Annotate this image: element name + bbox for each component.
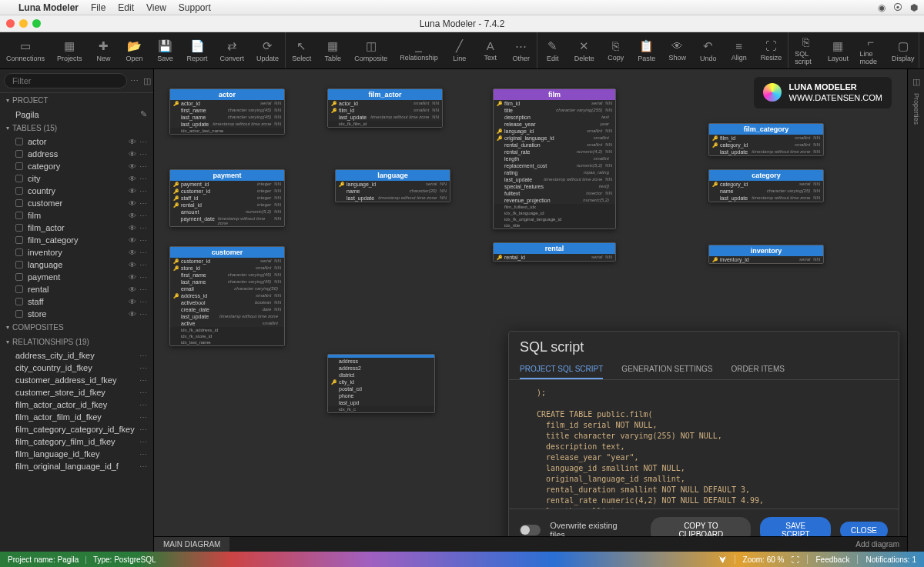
add-diagram-button[interactable]: Add diagram: [848, 540, 907, 549]
relationship-item[interactable]: film_language_id_fkey⋯: [0, 448, 153, 460]
relationship-item[interactable]: film_category_film_id_fkey⋯: [0, 435, 153, 448]
settings-button[interactable]: ⚙Settings: [919, 32, 924, 68]
properties-label[interactable]: Properties: [912, 93, 920, 125]
status-notifications[interactable]: Notifications: 1: [865, 555, 916, 564]
more-icon[interactable]: ⋯: [139, 248, 147, 257]
more-icon[interactable]: ⋯: [139, 224, 147, 232]
visibility-icon[interactable]: 👁: [129, 273, 136, 282]
filter-more-icon[interactable]: ⋯: [130, 76, 139, 86]
edit-button[interactable]: ✎Edit: [537, 32, 568, 68]
more-icon[interactable]: ⋯: [139, 175, 147, 183]
layout-button[interactable]: ▦Layout: [822, 32, 853, 68]
er-table-film_actor[interactable]: film_actor🔑actor_idsmallintNN🔑film_idsma…: [327, 88, 443, 128]
table-item-store[interactable]: store👁⋯: [0, 308, 153, 320]
undo-button[interactable]: ↶Undo: [693, 32, 724, 68]
visibility-icon[interactable]: 👁: [129, 236, 136, 245]
project-item[interactable]: Pagila ✎: [0, 108, 153, 121]
relationships-header[interactable]: ▾ RELATIONSHIPS (19): [0, 335, 153, 349]
table-item-language[interactable]: language👁⋯: [0, 258, 153, 271]
more-icon[interactable]: ⋯: [139, 462, 147, 471]
copy-button[interactable]: ⎘Copy: [601, 32, 631, 68]
visibility-icon[interactable]: 👁: [129, 261, 136, 269]
visibility-icon[interactable]: 👁: [129, 162, 136, 171]
er-table-film_category[interactable]: film_category🔑film_idsmallintNN🔑category…: [708, 123, 824, 156]
table-button[interactable]: ▦Table: [317, 32, 348, 68]
table-item-film_category[interactable]: film_category👁⋯: [0, 234, 153, 246]
more-icon[interactable]: ⋯: [139, 364, 147, 372]
more-icon[interactable]: ⋯: [139, 212, 147, 220]
shield-icon[interactable]: ⬢: [910, 2, 918, 13]
er-table-inventory[interactable]: inventory🔑inventory_idserialNN: [708, 245, 824, 264]
composite-button[interactable]: ◫Composite: [348, 32, 393, 68]
delete-button[interactable]: ✕Delete: [568, 32, 601, 68]
table-item-city[interactable]: city👁⋯: [0, 172, 153, 185]
collapse-icon[interactable]: ⮟: [719, 555, 727, 564]
more-icon[interactable]: ⋯: [139, 438, 147, 446]
er-table-address_frag[interactable]: addressaddress2district🔑city_idpostal_cd…: [327, 354, 435, 413]
table-item-staff[interactable]: staff👁⋯: [0, 295, 153, 308]
visibility-icon[interactable]: 👁: [129, 199, 136, 208]
window-maximize-button[interactable]: [32, 19, 41, 28]
relationship-item[interactable]: customer_store_id_fkey⋯: [0, 386, 153, 399]
update-button[interactable]: ⟳Update: [250, 32, 285, 68]
status-feedback[interactable]: Feedback: [815, 555, 849, 564]
more-icon[interactable]: ⋯: [139, 261, 147, 269]
menu-view[interactable]: View: [146, 2, 166, 13]
visibility-icon[interactable]: 👁: [129, 187, 136, 195]
diagram-canvas[interactable]: LUNA MODELER WWW.DATENSEN.COM SQL script…: [154, 69, 907, 552]
visibility-icon[interactable]: 👁: [129, 298, 136, 306]
relationship-item[interactable]: address_city_id_fkey⋯: [0, 349, 153, 362]
visibility-icon[interactable]: 👁: [129, 175, 136, 183]
table-item-country[interactable]: country👁⋯: [0, 185, 153, 197]
filter-input[interactable]: [4, 73, 127, 88]
more-icon[interactable]: ⋯: [139, 187, 147, 195]
more-icon[interactable]: ⋯: [139, 401, 147, 409]
menu-file[interactable]: File: [91, 2, 105, 13]
table-item-category[interactable]: category👁⋯: [0, 160, 153, 172]
table-item-customer[interactable]: customer👁⋯: [0, 197, 153, 209]
tables-header[interactable]: ▾ TABLES (15): [0, 121, 153, 135]
more-icon[interactable]: ⋯: [139, 376, 147, 385]
relationship-item[interactable]: film_category_category_id_fkey⋯: [0, 423, 153, 435]
sql-script-button[interactable]: ⎘SQL script: [788, 32, 822, 68]
visibility-icon[interactable]: 👁: [129, 150, 136, 158]
visibility-icon[interactable]: 👁: [129, 212, 136, 220]
projects-button[interactable]: ▦Projects: [51, 32, 89, 68]
more-icon[interactable]: ⋯: [139, 389, 147, 397]
more-icon[interactable]: ⋯: [139, 298, 147, 306]
table-item-address[interactable]: address👁⋯: [0, 148, 153, 160]
edit-icon[interactable]: ✎: [140, 109, 147, 119]
more-icon[interactable]: ⋯: [139, 236, 147, 245]
er-table-customer[interactable]: customer🔑customer_idserialNN🔑store_idsma…: [169, 246, 285, 346]
more-icon[interactable]: ⋯: [139, 199, 147, 208]
connections-button[interactable]: ▭Connections: [0, 32, 51, 68]
relationship-item[interactable]: city_country_id_fkey⋯: [0, 362, 153, 374]
new-button[interactable]: ✚New: [89, 32, 119, 68]
more-icon[interactable]: ⋯: [139, 138, 147, 146]
er-table-payment[interactable]: payment🔑payment_idintegerNN🔑customer_idi…: [169, 169, 285, 227]
more-icon[interactable]: ⋯: [139, 162, 147, 171]
visibility-icon[interactable]: 👁: [129, 285, 136, 294]
report-button[interactable]: 📄Report: [181, 32, 214, 68]
display-button[interactable]: ▢Display: [888, 32, 919, 68]
visibility-icon[interactable]: 👁: [129, 224, 136, 232]
tab-order-items[interactable]: ORDER ITEMS: [732, 360, 785, 379]
tab-generation-settings[interactable]: GENERATION SETTINGS: [621, 360, 712, 379]
line-button[interactable]: ╱Line: [444, 32, 475, 68]
convert-button[interactable]: ⇄Convert: [214, 32, 251, 68]
open-button[interactable]: 📂Open: [119, 32, 150, 68]
paste-button[interactable]: 📋Paste: [631, 32, 662, 68]
panel-toggle-icon[interactable]: ◫: [143, 76, 151, 86]
er-table-film[interactable]: film🔑film_idserialNNtitlecharacter varyi…: [493, 88, 616, 229]
table-item-rental[interactable]: rental👁⋯: [0, 283, 153, 295]
er-table-category[interactable]: category🔑category_idserialNNnamecharacte…: [708, 169, 824, 202]
show-button[interactable]: 👁Show: [662, 32, 693, 68]
menu-edit[interactable]: Edit: [118, 2, 134, 13]
text-button[interactable]: AText: [475, 32, 506, 68]
zoom-expand-icon[interactable]: ⛶: [792, 555, 799, 564]
visibility-icon[interactable]: 👁: [129, 310, 136, 319]
properties-rail[interactable]: ◫ Properties: [907, 69, 924, 552]
table-item-film_actor[interactable]: film_actor👁⋯: [0, 222, 153, 234]
more-icon[interactable]: ⋯: [139, 450, 147, 459]
visibility-icon[interactable]: 👁: [129, 138, 136, 146]
